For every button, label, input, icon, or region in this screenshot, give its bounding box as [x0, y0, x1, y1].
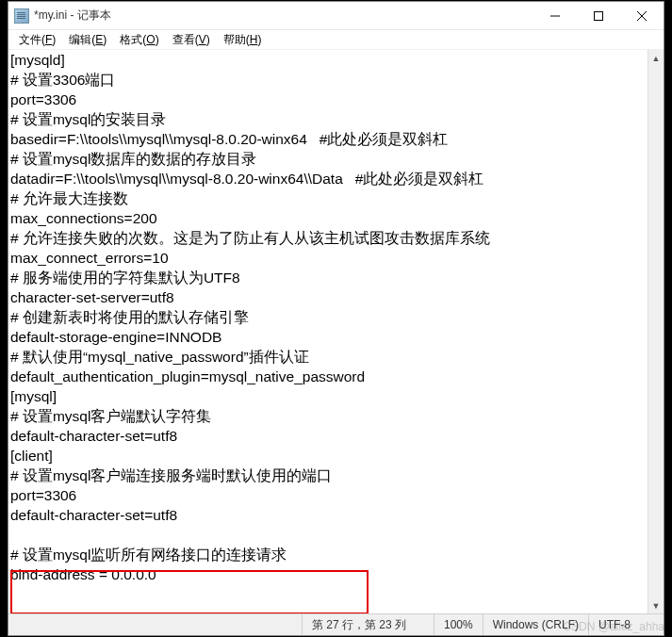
window-title: *my.ini - 记事本: [34, 8, 111, 24]
titlebar[interactable]: *my.ini - 记事本: [8, 2, 664, 30]
close-button[interactable]: [620, 2, 664, 30]
statusbar: 第 27 行，第 23 列 100% Windows (CRLF) UTF-8: [8, 613, 664, 635]
menu-file-label: 文件(F): [19, 33, 56, 46]
status-encoding: UTF-8: [588, 614, 664, 635]
content-area: [mysqld] # 设置3306端口 port=3306 # 设置mysql的…: [8, 50, 664, 613]
menu-view[interactable]: 查看(V): [166, 30, 217, 50]
vertical-scrollbar[interactable]: ▲ ▼: [647, 50, 664, 613]
status-position: 第 27 行，第 23 列: [302, 614, 434, 635]
text-editor[interactable]: [mysqld] # 设置3306端口 port=3306 # 设置mysql的…: [8, 50, 647, 613]
close-icon: [637, 11, 647, 21]
menu-edit-label: 编辑(E): [69, 33, 107, 46]
window-controls: [533, 2, 664, 29]
menu-file[interactable]: 文件(F): [12, 30, 62, 50]
notepad-window: *my.ini - 记事本 文件(F) 编辑(E) 格式(O) 查看(V) 帮助…: [8, 1, 664, 636]
maximize-icon: [594, 11, 603, 21]
menu-help-label: 帮助(H): [223, 33, 262, 46]
menu-help[interactable]: 帮助(H): [217, 30, 269, 50]
svg-rect-1: [595, 12, 603, 21]
maximize-button[interactable]: [577, 2, 620, 30]
scroll-up-arrow-icon[interactable]: ▲: [648, 50, 664, 66]
notepad-icon: [14, 8, 29, 24]
menu-format[interactable]: 格式(O): [113, 30, 165, 50]
scroll-down-arrow-icon[interactable]: ▼: [648, 597, 664, 613]
minimize-button[interactable]: [533, 2, 577, 30]
menubar: 文件(F) 编辑(E) 格式(O) 查看(V) 帮助(H): [8, 30, 664, 50]
status-line-ending: Windows (CRLF): [483, 614, 588, 635]
menu-format-label: 格式(O): [120, 33, 158, 46]
menu-edit[interactable]: 编辑(E): [62, 30, 113, 50]
minimize-icon: [550, 11, 560, 21]
menu-view-label: 查看(V): [172, 33, 210, 46]
status-zoom: 100%: [434, 614, 483, 635]
